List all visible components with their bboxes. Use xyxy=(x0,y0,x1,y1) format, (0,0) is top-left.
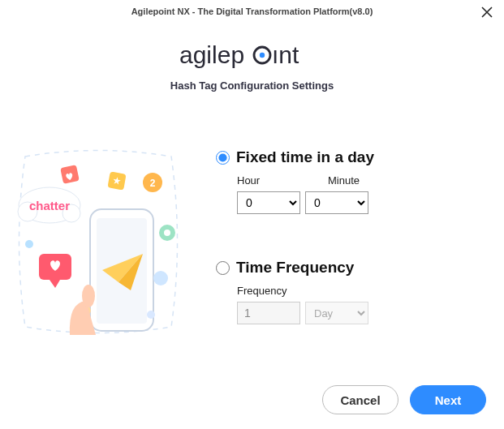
svg-point-16 xyxy=(25,240,33,248)
frequency-sublabel: Frequency xyxy=(237,285,488,297)
fixed-time-radio[interactable] xyxy=(216,151,230,165)
footer-buttons: Cancel Next xyxy=(322,385,486,414)
minute-select[interactable]: 0 xyxy=(305,191,368,214)
dialog-subtitle: Hash Tag Configuration Settings xyxy=(170,79,334,92)
content-area: chatter ★ 2 Fixed time i xyxy=(0,148,504,335)
fixed-time-label: Fixed time in a day xyxy=(236,148,374,166)
time-frequency-option[interactable]: Time Frequency xyxy=(216,259,488,277)
frequency-inputs: Day xyxy=(237,302,488,324)
minute-label: Minute xyxy=(328,174,385,187)
time-frequency-radio[interactable] xyxy=(216,261,230,275)
titlebar: Agilepoint NX - The Digital Transformati… xyxy=(0,0,504,23)
svg-text:ınt: ınt xyxy=(272,41,299,68)
next-button[interactable]: Next xyxy=(410,385,486,414)
frequency-unit-select: Day xyxy=(305,302,368,324)
svg-text:agilep: agilep xyxy=(179,41,244,68)
cancel-button[interactable]: Cancel xyxy=(322,385,398,414)
fixed-time-sublabels: Hour Minute xyxy=(237,174,488,187)
close-icon xyxy=(480,6,493,19)
agilepoint-logo-icon: agilep ınt xyxy=(179,41,325,71)
hour-label: Hour xyxy=(237,174,294,187)
window-title: Agilepoint NX - The Digital Transformati… xyxy=(131,6,373,16)
chatter-illustration-icon: chatter ★ 2 xyxy=(5,148,192,335)
svg-point-2 xyxy=(259,53,264,58)
fixed-time-inputs: 0 0 xyxy=(237,191,488,214)
time-frequency-group: Time Frequency Frequency Day xyxy=(216,259,488,324)
fixed-time-option[interactable]: Fixed time in a day xyxy=(216,148,488,166)
svg-point-22 xyxy=(82,285,95,307)
hour-select[interactable]: 0 xyxy=(237,191,300,214)
svg-text:chatter: chatter xyxy=(29,199,70,212)
time-frequency-label: Time Frequency xyxy=(236,259,354,277)
illustration: chatter ★ 2 xyxy=(5,148,192,335)
close-button[interactable] xyxy=(478,3,496,21)
svg-point-19 xyxy=(153,271,168,285)
svg-text:2: 2 xyxy=(150,178,156,189)
dialog-header: agilep ınt Hash Tag Configuration Settin… xyxy=(0,41,504,92)
form: Fixed time in a day Hour Minute 0 0 Time… xyxy=(192,148,504,335)
svg-point-18 xyxy=(164,230,170,236)
brand-logo: agilep ınt xyxy=(179,41,325,75)
svg-point-21 xyxy=(147,311,155,319)
frequency-value-input xyxy=(237,302,300,324)
